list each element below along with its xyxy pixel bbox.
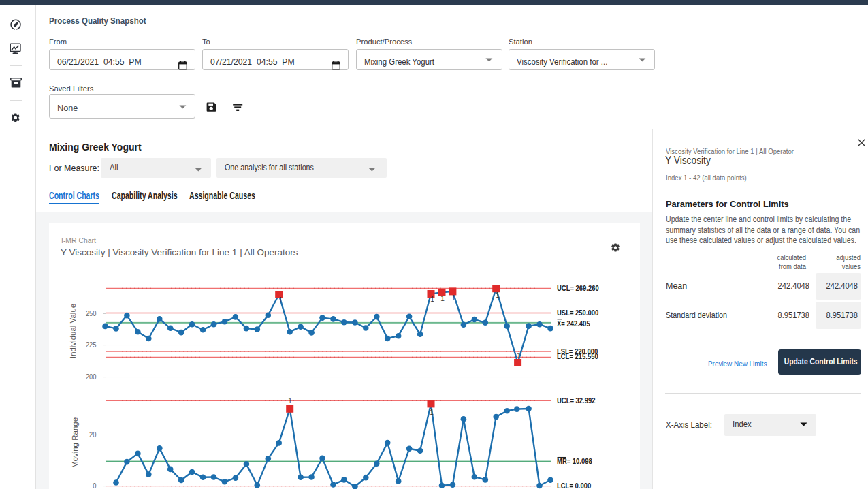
svg-text:USL= 250.000: USL= 250.000 [557,309,599,317]
svg-text:Individual Value: Individual Value [69,304,77,358]
svg-text:1: 1 [430,409,434,416]
svg-text:20: 20 [89,430,97,439]
svg-text:1: 1 [278,296,283,304]
svg-text:MR= 10.098: MR= 10.098 [557,458,592,465]
svg-text:0: 0 [93,482,96,489]
svg-text:LCL= 0.000: LCL= 0.000 [557,482,592,489]
svg-text:225: 225 [86,341,97,349]
svg-text:1: 1 [440,295,445,302]
svg-text:1: 1 [517,352,521,360]
svg-text:1: 1 [288,397,292,405]
svg-text:Moving Range: Moving Range [71,417,79,468]
svg-text:UCL= 32.992: UCL= 32.992 [557,397,596,405]
svg-text:1: 1 [451,294,455,302]
svg-text:250: 250 [86,309,97,317]
svg-text:1: 1 [430,296,434,303]
svg-text:LCL= 215.550: LCL= 215.550 [557,353,598,360]
svg-text:UCL= 269.260: UCL= 269.260 [557,285,599,292]
svg-text:X= 242.405: X= 242.405 [557,319,590,327]
svg-text:200: 200 [86,373,97,381]
svg-text:1: 1 [496,291,500,299]
